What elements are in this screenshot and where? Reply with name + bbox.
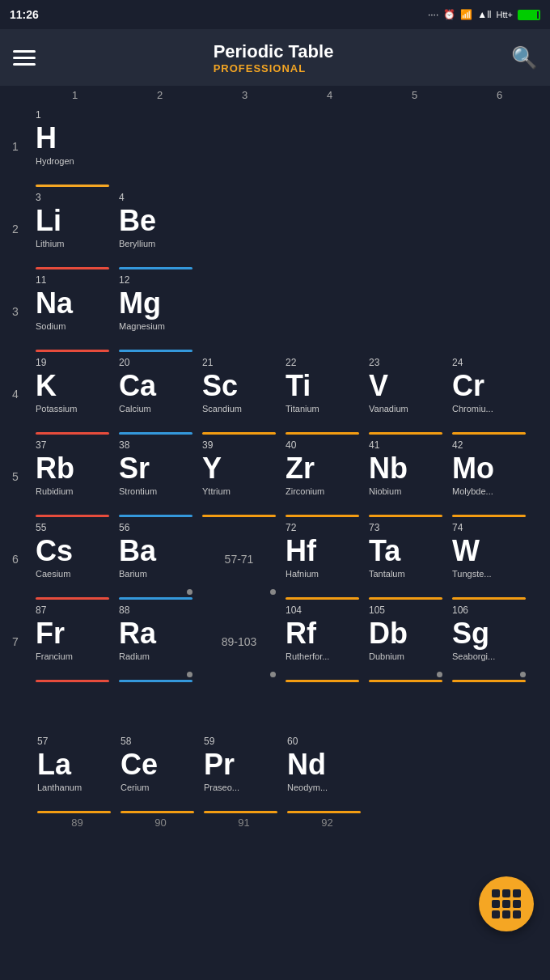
element-Li[interactable]: 3 Li Lithium bbox=[31, 189, 114, 269]
network-icon: Htt+ bbox=[497, 10, 513, 19]
element-Fr[interactable]: 87 Fr Francium bbox=[31, 601, 114, 682]
actinide-num-91: 91 bbox=[202, 817, 286, 829]
period-label-3: 3 bbox=[0, 305, 31, 318]
status-icons: ···· ⏰ 📶 ▲ll Htt+ bbox=[428, 9, 540, 20]
header-title-wrap: Periodic Table PROFESSIONAL bbox=[214, 41, 334, 74]
col-3: 3 bbox=[202, 89, 287, 101]
actinide-range[interactable]: 89-103 bbox=[197, 601, 281, 682]
element-H[interactable]: 1 H Hydrogen bbox=[31, 106, 114, 187]
column-numbers: 1 2 3 4 5 6 bbox=[0, 86, 550, 104]
lanthanide-range[interactable]: 57-71 bbox=[197, 519, 281, 600]
app-header: Periodic Table PROFESSIONAL 🔍 bbox=[0, 29, 550, 86]
element-Sg[interactable]: 106 Sg Seaborgi... bbox=[447, 601, 531, 682]
wifi-icon: 📶 bbox=[460, 9, 472, 20]
element-Rb[interactable]: 37 Rb Rubidium bbox=[31, 436, 114, 517]
period-row-1: 1 1 H Hydrogen bbox=[0, 106, 550, 187]
element-Mo[interactable]: 42 Mo Molybde... bbox=[447, 436, 531, 517]
period-label-5: 5 bbox=[0, 470, 31, 483]
app-subtitle: PROFESSIONAL bbox=[214, 62, 307, 74]
lanthanides-section: 57 La Lanthanum 58 Ce Cerium 59 Pr Prase… bbox=[0, 732, 550, 829]
element-Ba[interactable]: 56 Ba Barium bbox=[114, 519, 197, 600]
element-K[interactable]: 19 K Potassium bbox=[31, 354, 114, 435]
app-title: Periodic Table bbox=[214, 41, 334, 62]
status-time: 11:26 bbox=[10, 8, 39, 21]
period-row-2: 2 3 Li Lithium 4 Be Beryllium bbox=[0, 189, 550, 269]
search-button[interactable]: 🔍 bbox=[511, 45, 537, 70]
element-Ta[interactable]: 73 Ta Tantalum bbox=[364, 519, 447, 600]
element-Sc[interactable]: 21 Sc Scandium bbox=[197, 354, 281, 435]
lanthanides-row: 57 La Lanthanum 58 Ce Cerium 59 Pr Prase… bbox=[32, 732, 550, 813]
fab-grid-button[interactable] bbox=[479, 876, 534, 931]
period-row-3: 3 11 Na Sodium 12 Mg Magnesium bbox=[0, 271, 550, 352]
element-Nd[interactable]: 60 Nd Neodym... bbox=[282, 732, 366, 813]
period-label-6: 6 bbox=[0, 553, 31, 566]
element-Hf[interactable]: 72 Hf Hafnium bbox=[281, 519, 364, 600]
actinides-numbers-row: 89 90 91 92 bbox=[32, 817, 550, 829]
pt-grid: 1 1 H Hydrogen 2 3 Li Lithium 4 Be Beryl… bbox=[0, 104, 550, 682]
period-label-1: 1 bbox=[0, 140, 31, 153]
element-Zr[interactable]: 40 Zr Zirconium bbox=[281, 436, 364, 517]
element-Be[interactable]: 4 Be Beryllium bbox=[114, 189, 197, 269]
grid-icon bbox=[492, 889, 521, 918]
actinide-num-90: 90 bbox=[119, 817, 202, 829]
status-bar: 11:26 ···· ⏰ 📶 ▲ll Htt+ bbox=[0, 0, 550, 29]
col-6: 6 bbox=[457, 89, 542, 101]
alarm-icon: ⏰ bbox=[443, 9, 455, 20]
period-label-4: 4 bbox=[0, 388, 31, 401]
col-4: 4 bbox=[287, 89, 372, 101]
period-row-7: 7 87 Fr Francium 88 Ra Radium 89-103 104… bbox=[0, 601, 550, 682]
element-Cr[interactable]: 24 Cr Chromiu... bbox=[447, 354, 531, 435]
period-label-2: 2 bbox=[0, 223, 31, 235]
period-label-7: 7 bbox=[0, 635, 31, 648]
signal-dots: ···· bbox=[428, 9, 438, 20]
element-Rf[interactable]: 104 Rf Rutherfor... bbox=[281, 601, 364, 682]
element-W[interactable]: 74 W Tungste... bbox=[447, 519, 531, 600]
element-Nb[interactable]: 41 Nb Niobium bbox=[364, 436, 447, 517]
element-Ce[interactable]: 58 Ce Cerium bbox=[116, 732, 199, 813]
battery-icon bbox=[518, 10, 540, 20]
element-Sr[interactable]: 38 Sr Strontium bbox=[114, 436, 197, 517]
element-Ca[interactable]: 20 Ca Calcium bbox=[114, 354, 197, 435]
col-2: 2 bbox=[117, 89, 202, 101]
element-Cs[interactable]: 55 Cs Caesium bbox=[31, 519, 114, 600]
element-La[interactable]: 57 La Lanthanum bbox=[32, 732, 116, 813]
period-row-4: 4 19 K Potassium 20 Ca Calcium 21 Sc Sca… bbox=[0, 354, 550, 435]
element-Ra[interactable]: 88 Ra Radium bbox=[114, 601, 197, 682]
element-Mg[interactable]: 12 Mg Magnesium bbox=[114, 271, 197, 352]
period-row-5: 5 37 Rb Rubidium 38 Sr Strontium 39 Y Yt… bbox=[0, 436, 550, 517]
period-row-6: 6 55 Cs Caesium 56 Ba Barium 57-71 72 Hf… bbox=[0, 519, 550, 600]
element-Y[interactable]: 39 Y Yttrium bbox=[197, 436, 281, 517]
element-Pr[interactable]: 59 Pr Praseo... bbox=[199, 732, 282, 813]
periodic-table-area: 1 2 3 4 5 6 1 1 H Hydrogen 2 3 Li Lithiu… bbox=[0, 86, 550, 980]
col-5: 5 bbox=[372, 89, 457, 101]
menu-button[interactable] bbox=[13, 50, 36, 66]
element-V[interactable]: 23 V Vanadium bbox=[364, 354, 447, 435]
element-Ti[interactable]: 22 Ti Titanium bbox=[281, 354, 364, 435]
element-Na[interactable]: 11 Na Sodium bbox=[31, 271, 114, 352]
actinide-num-89: 89 bbox=[36, 817, 119, 829]
col-1: 1 bbox=[32, 89, 117, 101]
signal-icon: ▲ll bbox=[477, 9, 491, 20]
element-Db[interactable]: 105 Db Dubnium bbox=[364, 601, 447, 682]
actinide-num-92: 92 bbox=[286, 817, 369, 829]
